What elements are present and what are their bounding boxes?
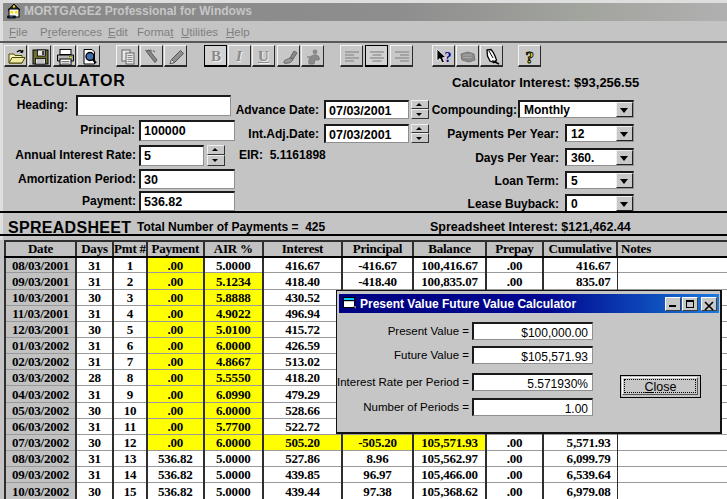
svg-text:?: ? (445, 50, 452, 65)
svg-text:?: ? (526, 48, 535, 66)
